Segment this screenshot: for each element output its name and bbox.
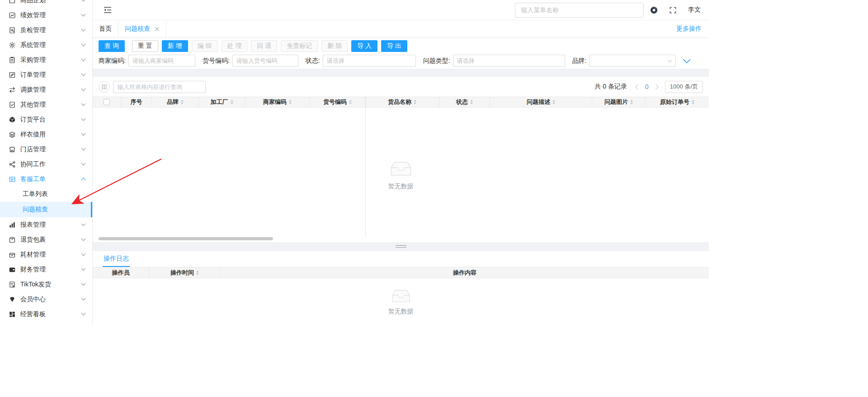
column-header[interactable]: 操作员 [93,267,149,278]
shipping-icon [8,280,16,288]
toolbar-button[interactable]: 处 理 [222,40,248,52]
item-code-input[interactable] [236,57,294,64]
layers-icon [8,131,16,138]
filter-label: 货号编码: [203,57,230,65]
column-header[interactable]: 问题描述 [490,97,592,107]
fullscreen-icon[interactable] [670,7,676,14]
tab-problem-check[interactable]: 问题核查 [118,20,166,37]
sort-icon[interactable] [289,100,292,104]
sort-icon[interactable] [692,100,694,104]
username[interactable]: 李文 [688,6,701,14]
sidebar-item-label: 订货平台 [20,116,82,124]
column-header[interactable]: 问题图片 [592,97,646,107]
sort-icon[interactable] [552,100,555,104]
sort-icon[interactable] [196,271,199,275]
toolbar-button[interactable]: 查 询 [99,40,125,52]
toolbar-button[interactable]: 新 增 [162,40,188,52]
sidebar-nav: 商品企划绩效管理质检管理系统管理采购管理订单管理调拨管理其他管理订货平台样衣借用… [0,0,93,325]
page-size-select[interactable]: 1000 条/页 [665,81,703,93]
sidebar-item[interactable]: 绩效管理 [0,8,92,23]
sidebar-item[interactable]: 退货包裹 [0,232,92,247]
horizontal-scrollbar[interactable] [99,237,273,240]
toolbar-button[interactable]: 删 除 [321,40,348,52]
more-operations-link[interactable]: 更多操作 [669,20,709,37]
clipboard-icon [8,56,16,64]
toolbar-button[interactable]: 导 出 [381,40,407,52]
sort-icon[interactable] [630,100,633,104]
menu-search-input[interactable] [515,3,644,18]
column-label: 商家编码 [263,98,287,106]
close-icon[interactable] [155,27,160,32]
sidebar-item[interactable]: 其他管理 [0,97,92,112]
chevron-down-icon [81,0,86,1]
sort-icon[interactable] [181,100,184,104]
sort-icon[interactable] [414,100,416,104]
merchant-code-input[interactable] [132,57,191,64]
column-label: 品牌 [167,98,179,106]
tab-home[interactable]: 首页 [93,20,118,37]
sort-icon[interactable] [349,100,352,104]
column-settings-icon[interactable] [99,81,110,93]
ticket-icon [8,175,16,183]
sidebar-item[interactable]: 订单管理 [0,67,92,82]
status-select[interactable] [327,57,412,64]
sidebar-item[interactable]: 协同工作 [0,157,92,172]
sidebar-item[interactable]: 采购管理 [0,52,92,67]
prev-page-icon[interactable] [635,84,640,89]
chevron-down-icon [81,102,86,106]
sidebar-item[interactable]: 商品企划 [0,0,92,8]
toolbar-button[interactable]: 导 入 [351,40,377,52]
panel-resize-handle[interactable] [396,245,406,248]
tab-operation-log[interactable]: 操作日志 [103,251,130,267]
collapse-sidebar-icon[interactable] [103,5,113,14]
sidebar-item[interactable]: 耗材管理 [0,247,92,262]
column-header[interactable]: 品牌 [152,97,199,107]
column-header[interactable]: 货品名称 [365,97,439,107]
sidebar-item[interactable]: 报表管理 [0,217,92,232]
sidebar-item[interactable]: 门店管理 [0,142,92,157]
toolbar-button[interactable]: 免责标记 [281,40,318,52]
share-icon [8,160,16,168]
problem-type-select[interactable] [457,57,561,64]
column-header[interactable]: 商家编码 [245,97,310,107]
column-header[interactable]: 操作时间 [149,267,221,278]
chevron-down-icon [81,311,86,316]
filter-label: 商家编码: [99,57,126,65]
next-page-icon[interactable] [653,84,658,89]
sidebar-item[interactable]: 经营看板 [0,307,92,322]
empty-text: 暂无数据 [388,308,414,316]
sidebar-item[interactable]: 样衣借用 [0,127,92,142]
sidebar-item[interactable]: 会员中心 [0,292,92,307]
column-header[interactable]: 原始订单号 [646,97,709,107]
sidebar-item[interactable]: 调拨管理 [0,82,92,97]
toolbar-button[interactable]: 重 置 [132,40,158,52]
toolbar-button[interactable]: 编 辑 [192,40,218,52]
column-header[interactable]: 货号编码 [310,97,365,107]
sort-icon[interactable] [231,100,233,104]
page-number[interactable]: 0 [645,83,649,90]
column-header[interactable]: 操作内容 [221,267,709,278]
sidebar-item[interactable]: 客服工单 [0,172,92,187]
sidebar-subitem[interactable]: 问题核查 [0,202,92,217]
table-search-input[interactable] [113,81,206,93]
chevron-down-icon [81,87,86,91]
sort-icon[interactable] [470,100,473,104]
select-all-checkbox[interactable] [104,99,110,105]
sidebar-item[interactable]: TikTok发货 [0,277,92,292]
topbar: 李文 [93,0,709,20]
column-header[interactable]: 状态 [439,97,490,107]
sidebar-item[interactable]: 订货平台 [0,112,92,127]
package-icon [8,236,16,243]
sidebar-item[interactable]: 财务管理 [0,262,92,277]
sidebar-item[interactable]: 质检管理 [0,23,92,37]
tab-label: 首页 [99,25,112,33]
sidebar-subitem[interactable]: 工单列表 [0,187,92,202]
brand-select[interactable] [593,57,672,64]
sidebar-item[interactable]: 系统管理 [0,37,92,52]
column-header[interactable]: 加工厂 [199,97,245,107]
chevron-down-icon [81,131,86,136]
browser-icon[interactable] [650,6,658,14]
toolbar-button[interactable]: 回 退 [251,40,277,52]
expand-filters-icon[interactable] [683,56,691,64]
column-header[interactable]: 序号 [121,97,152,107]
